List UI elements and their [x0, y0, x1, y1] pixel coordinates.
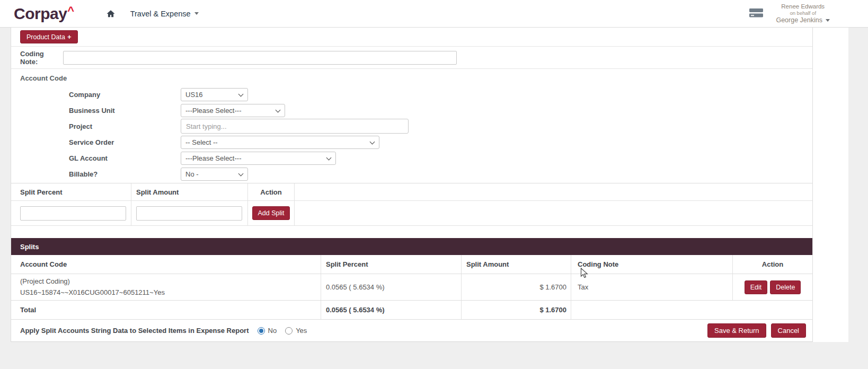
billable-select[interactable]: No -: [181, 168, 248, 181]
radio-no[interactable]: No: [258, 327, 277, 335]
action-header: Action: [248, 183, 295, 200]
split-percent-header: Split Percent: [11, 183, 131, 200]
total-split-percent: 0.0565 ( 5.6534 %): [321, 301, 462, 319]
split-amount-input[interactable]: [136, 206, 242, 221]
edit-button[interactable]: Edit: [745, 280, 768, 294]
row-split-amount: $ 1.6700: [462, 274, 571, 300]
radio-yes-icon[interactable]: [285, 327, 293, 335]
credit-card-icon[interactable]: [749, 8, 763, 20]
project-input[interactable]: [181, 119, 409, 134]
col-split-percent: Split Percent: [321, 255, 462, 274]
gl-account-select[interactable]: ---Please Select---: [181, 152, 336, 165]
splits-table: Account Code Split Percent Split Amount …: [11, 255, 812, 320]
on-behalf-label: on behalf of: [776, 10, 830, 16]
split-amount-header: Split Amount: [131, 183, 248, 200]
totals-row: Total 0.0565 ( 5.6534 %) $ 1.6700: [11, 301, 812, 320]
home-icon[interactable]: [106, 9, 116, 19]
billable-label: Billable?: [69, 170, 181, 178]
gl-account-label: GL Account: [69, 154, 181, 162]
company-select[interactable]: US16: [181, 88, 248, 101]
total-split-amount: $ 1.6700: [462, 301, 571, 319]
total-label: Total: [11, 301, 321, 319]
coding-panel: Product Data+ Coding Note: Account Code …: [11, 28, 813, 342]
user-menu[interactable]: Renee Edwards on behalf of George Jenkin…: [776, 3, 830, 25]
radio-no-icon[interactable]: [258, 327, 265, 335]
coding-note-label: Coding Note:: [20, 50, 63, 66]
nav-travel-expense-label: Travel & Expense: [130, 10, 191, 18]
business-unit-label: Business Unit: [69, 107, 181, 115]
col-split-amount: Split Amount: [462, 255, 571, 274]
col-account-code: Account Code: [11, 255, 321, 274]
coding-note-input[interactable]: [63, 51, 457, 65]
nav-travel-expense[interactable]: Travel & Expense: [130, 10, 199, 18]
chevron-down-icon: [194, 12, 199, 15]
brand-caret: ^: [67, 4, 74, 17]
user-name: Renee Edwards: [776, 3, 830, 10]
add-split-button[interactable]: Add Split: [252, 206, 289, 220]
delete-button[interactable]: Delete: [770, 280, 801, 294]
product-data-label: Product Data: [26, 33, 65, 41]
chevron-down-icon: [826, 19, 830, 22]
product-data-button[interactable]: Product Data+: [20, 30, 78, 43]
plus-icon: +: [67, 33, 72, 41]
radio-yes[interactable]: Yes: [285, 327, 307, 335]
col-action: Action: [733, 255, 812, 274]
footer-actions: Apply Split Accounts String Data to Sele…: [11, 320, 812, 341]
acting-as-name: George Jenkins: [776, 16, 822, 25]
top-navbar: Corpay^ Travel & Expense Renee Edwards o…: [0, 0, 868, 28]
cancel-button[interactable]: Cancel: [771, 323, 806, 338]
account-code-string: US16~15874~~X016CUG00017~6051211~Yes: [20, 287, 165, 298]
account-code-section: Account Code Company US16 Business Unit …: [11, 69, 812, 183]
save-return-button[interactable]: Save & Return: [707, 323, 766, 338]
account-coding-type: (Project Coding): [20, 276, 70, 287]
split-percent-input[interactable]: [20, 206, 126, 221]
radio-no-label: No: [268, 327, 277, 335]
row-coding-note: Tax: [571, 274, 733, 300]
account-code-heading: Account Code: [20, 74, 812, 82]
project-label: Project: [69, 122, 181, 130]
radio-yes-label: Yes: [296, 327, 307, 335]
business-unit-select[interactable]: ---Please Select---: [181, 104, 285, 117]
service-order-label: Service Order: [69, 138, 181, 146]
page-body: Product Data+ Coding Note: Account Code …: [11, 28, 848, 342]
company-label: Company: [69, 91, 181, 99]
apply-split-label: Apply Split Accounts String Data to Sele…: [20, 327, 249, 335]
row-split-percent: 0.0565 ( 5.6534 %): [321, 274, 462, 300]
col-coding-note: Coding Note: [571, 255, 733, 274]
splits-section-header: Splits: [11, 238, 812, 255]
brand-text: Corpay: [14, 5, 67, 22]
service-order-select[interactable]: -- Select --: [181, 136, 379, 149]
split-row: (Project Coding) US16~15874~~X016CUG0001…: [11, 274, 812, 301]
split-entry-table: Split Percent Split Amount Action Add Sp…: [11, 183, 812, 226]
corpay-logo[interactable]: Corpay^: [14, 4, 74, 23]
